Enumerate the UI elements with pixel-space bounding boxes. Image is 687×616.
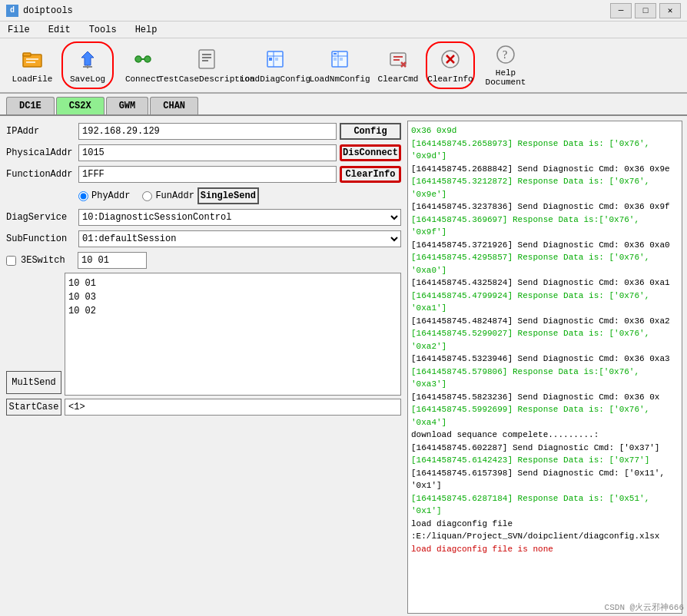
toolbar-loadfile[interactable]: LoadFile [6,41,58,89]
phyaddr-radio-input[interactable] [78,191,88,201]
maximize-button[interactable]: □ [635,3,656,18]
config-button[interactable]: Config [340,123,401,140]
startcase-row: StartCase [6,399,401,416]
toolbar-testcasedesc[interactable]: TestCaseDescription [172,41,241,89]
minimize-button[interactable]: ─ [610,3,632,18]
toolbar-clearinfo[interactable]: ClearInfo [426,41,475,89]
log-line: [1641458745.4325824] Send Diagnostic Cmd… [411,277,679,290]
left-panel: IPAddr Config PhysicalAddr DisConnect Fu… [0,116,407,614]
toolbar-loadnmconfig-label: LoadNmConfig [309,75,370,84]
title-bar: d doiptools ─ □ ✕ [0,0,687,22]
svg-marker-4 [81,51,94,65]
startcase-input[interactable] [65,399,401,416]
tabs-bar: DC1E CS2X GWM CHAN [0,94,687,116]
diagservice-label: DiagService [6,212,75,223]
log-line: [1641458745.3721926] Send Diagnostic Cmd… [411,239,679,252]
tab-chan[interactable]: CHAN [150,97,198,114]
command-textarea[interactable]: 10 01 10 03 10 02 [65,273,401,396]
log-line: [1641458745.6142423] Response Data is: [… [411,454,679,467]
close-button[interactable]: ✕ [659,3,681,18]
loadnm-icon [327,47,352,71]
funaddr-radio-input[interactable] [142,191,152,201]
help-icon: ? [493,44,518,65]
svg-rect-17 [269,58,272,61]
phyaddr-radio[interactable]: PhyAddr [78,190,130,201]
log-line: [1641458745.4799924] Response Data is: [… [411,290,679,315]
toolbar-clearinfo-label: ClearInfo [427,75,473,84]
funcaddr-label: FunctionAddr [6,169,75,180]
startcase-button[interactable]: StartCase [6,399,61,416]
log-line: [1641458745.579806] Response Data is:['0… [411,366,679,391]
switch-row: 3ESwitch [6,251,401,270]
menu-edit[interactable]: Edit [44,23,75,37]
log-line: 0x36 0x9d [411,124,679,137]
svg-rect-18 [275,58,278,61]
loaddiag-icon [263,47,287,71]
testcase-icon [194,47,219,71]
toolbar-helpdoc[interactable]: ? Help Document [478,41,533,89]
tab-dc1e[interactable]: DC1E [6,97,55,114]
toolbar-loaddiagconfig[interactable]: LoadDiagConfig [244,41,306,89]
svg-rect-24 [340,58,343,61]
log-line: [1641458745.4295857] Response Data is: [… [411,251,679,277]
svg-rect-23 [334,58,337,61]
ipaddr-label: IPAddr [6,126,75,137]
menu-file[interactable]: File [3,23,35,37]
toolbar: LoadFile SaveLog Connect [0,38,687,94]
log-line: load diagconfig file is none [411,543,679,556]
log-line: [1641458745.2658973] Response Data is: [… [411,137,679,163]
log-line: [1641458745.5323946] Send Diagnostic Cmd… [411,353,679,366]
disconnect-button[interactable]: DisConnect [340,144,401,161]
funaddr-radio[interactable]: FunAddr [142,190,194,201]
toolbar-loadnmconfig[interactable]: LoadNmConfig [309,41,370,89]
physaddr-input[interactable] [78,144,337,161]
log-line: [1641458745.5823236] Send Diagnostic Cmd… [411,391,679,404]
log-line: [1641458745.2688842] Send Diagnostic Cmd… [411,163,679,176]
toolbar-loadfile-label: LoadFile [12,75,53,84]
menu-help[interactable]: Help [131,23,162,37]
log-line: [1641458745.6157398] Send Diagnostic Cmd… [411,467,679,492]
toolbar-savelog[interactable]: SaveLog [61,41,114,89]
log-line: [1641458745.4824874] Send Diagnostic Cmd… [411,315,679,328]
funcaddr-input[interactable] [78,166,337,183]
multisend-button[interactable]: MultSend [6,371,61,394]
switch-checkbox[interactable] [6,256,16,266]
subfunction-label: SubFunction [6,233,75,244]
funaddr-radio-label: FunAddr [155,190,194,201]
menu-bar: File Edit Tools Help [0,22,687,38]
clearinfo-button[interactable]: ClearInfo [340,166,401,183]
log-line: [1641458745.6287184] Response Data is: [… [411,492,679,518]
phyaddr-radio-label: PhyAddr [91,190,130,201]
diagservice-row: DiagService 10:DiagnosticSessionControl [6,208,401,227]
log-line: [1641458745.602287] Send Diagnostic Cmd:… [411,442,679,455]
toolbar-loaddiagconfig-label: LoadDiagConfig [240,75,310,84]
subfunction-row: SubFunction 01:defaultSession [6,230,401,248]
svg-text:?: ? [503,49,507,61]
diagservice-select[interactable]: 10:DiagnosticSessionControl [78,209,401,226]
switch-input[interactable] [78,252,147,269]
singlesend-button[interactable]: SingleSend [197,187,259,204]
toolbar-helpdoc-label: Help Document [481,68,530,87]
multisend-area-row: MultSend 10 01 10 03 10 02 [6,273,401,396]
app-title: doiptools [23,5,610,16]
tab-cs2x[interactable]: CS2X [56,97,105,114]
tab-gwm[interactable]: GWM [106,97,149,114]
clearinfo-icon [438,47,463,71]
window-controls: ─ □ ✕ [610,3,681,18]
ipaddr-row: IPAddr Config [6,122,401,141]
radio-row: PhyAddr FunAddr SingleSend [6,187,401,205]
subfunction-select[interactable]: 01:defaultSession [78,230,401,247]
svg-rect-22 [334,53,337,55]
svg-point-8 [144,56,151,62]
main-content: IPAddr Config PhysicalAddr DisConnect Fu… [0,116,687,614]
log-line: [1641458745.5299027] Response Data is: [… [411,327,679,353]
toolbar-savelog-label: SaveLog [70,75,105,84]
switch-checkbox-row: 3ESwitch [6,255,75,266]
log-line: [1641458745.3212872] Response Data is: [… [411,175,679,200]
save-icon [75,47,100,71]
watermark: CSDN @火云邪神666 [605,601,684,613]
ipaddr-input[interactable] [78,123,337,140]
switch-label: 3ESwitch [21,255,75,266]
menu-tools[interactable]: Tools [85,23,121,37]
toolbar-clearcmd[interactable]: ClearCmd [373,41,423,89]
